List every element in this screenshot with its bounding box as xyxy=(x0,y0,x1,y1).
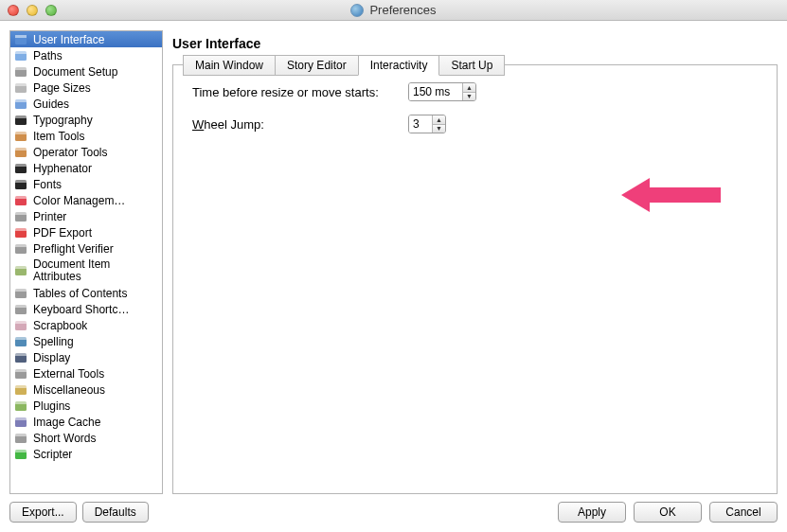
sidebar-item-hyphenator[interactable]: Hyphenator xyxy=(10,160,162,176)
keyboard-icon xyxy=(14,303,27,316)
sidebar-item-label: Document Setup xyxy=(33,65,117,79)
sidebar-item-item-tools[interactable]: Item Tools xyxy=(10,128,162,144)
sidebar-item-color-managem[interactable]: Color Managem… xyxy=(10,192,162,208)
tab-start-up[interactable]: Start Up xyxy=(438,55,505,76)
step-down-icon[interactable]: ▼ xyxy=(433,124,445,133)
svg-rect-23 xyxy=(15,212,27,215)
sidebar-item-label: Guides xyxy=(33,98,69,111)
sidebar-item-user-interface[interactable]: User Interface xyxy=(10,31,162,47)
tab-bar: Main WindowStory EditorInteractivityStar… xyxy=(183,55,504,76)
sidebar-item-document-setup[interactable]: Document Setup xyxy=(10,63,162,80)
sidebar-item-label: Keyboard Shortc… xyxy=(33,303,129,316)
svg-rect-37 xyxy=(15,337,27,340)
step-up-icon[interactable]: ▲ xyxy=(433,115,445,124)
typography-icon xyxy=(14,114,27,127)
sidebar-item-label: Typography xyxy=(33,114,93,127)
sidebar-item-label: Scripter xyxy=(33,448,72,461)
minimize-icon[interactable] xyxy=(27,5,38,16)
window-title: Preferences xyxy=(369,3,436,17)
step-down-icon[interactable]: ▼ xyxy=(463,92,475,101)
category-list[interactable]: User InterfacePathsDocument SetupPage Si… xyxy=(9,30,163,494)
ok-button[interactable]: OK xyxy=(634,502,702,523)
sidebar-item-label: External Tools xyxy=(33,367,104,381)
sidebar-item-label: Preflight Verifier xyxy=(33,242,114,256)
font-icon xyxy=(14,178,27,191)
close-icon[interactable] xyxy=(8,5,19,16)
maximize-icon[interactable] xyxy=(45,5,57,16)
defaults-button[interactable]: Defaults xyxy=(82,502,149,523)
sidebar-item-label: Plugins xyxy=(33,399,70,413)
wheel-jump-stepper[interactable]: ▲ ▼ xyxy=(408,115,446,133)
display-icon xyxy=(14,351,27,364)
svg-rect-9 xyxy=(15,99,27,102)
sidebar-item-fonts[interactable]: Fonts xyxy=(10,176,162,192)
svg-rect-21 xyxy=(15,196,27,199)
resize-time-stepper[interactable]: ▲ ▼ xyxy=(408,82,476,101)
svg-rect-3 xyxy=(15,51,27,54)
svg-rect-35 xyxy=(15,321,27,324)
tab-container: Main WindowStory EditorInteractivityStar… xyxy=(172,64,778,494)
apply-button[interactable]: Apply xyxy=(558,502,626,523)
sidebar-item-tables-of-contents[interactable]: Tables of Contents xyxy=(10,285,162,301)
sidebar-item-label: Color Managem… xyxy=(33,194,125,207)
sidebar-item-label: Operator Tools xyxy=(33,146,108,159)
svg-rect-11 xyxy=(15,115,27,118)
cancel-button[interactable]: Cancel xyxy=(709,502,778,523)
svg-rect-27 xyxy=(15,244,27,247)
sidebar-item-keyboard-shortc[interactable]: Keyboard Shortc… xyxy=(10,301,162,317)
sidebar-item-spelling[interactable]: Spelling xyxy=(10,333,162,349)
sidebar-item-printer[interactable]: Printer xyxy=(10,208,162,224)
svg-rect-49 xyxy=(15,434,27,436)
color-icon xyxy=(14,194,27,207)
sidebar-item-label: Hyphenator xyxy=(33,162,92,175)
sidebar-item-typography[interactable]: Typography xyxy=(10,112,162,128)
svg-rect-15 xyxy=(15,148,27,151)
tab-interactivity[interactable]: Interactivity xyxy=(358,55,440,76)
sidebar-item-image-cache[interactable]: Image Cache xyxy=(10,414,162,430)
resize-time-label: Time before resize or move starts: xyxy=(192,85,399,99)
sidebar-item-guides[interactable]: Guides xyxy=(10,96,162,112)
exttools-icon xyxy=(14,367,27,381)
export-button[interactable]: Export... xyxy=(9,502,77,523)
sidebar-item-label: Miscellaneous xyxy=(33,383,105,397)
sidebar-item-page-sizes[interactable]: Page Sizes xyxy=(10,80,162,96)
sidebar-item-external-tools[interactable]: External Tools xyxy=(10,365,162,381)
sidebar-item-label: Tables of Contents xyxy=(33,287,127,300)
sidebar-item-miscellaneous[interactable]: Miscellaneous xyxy=(10,381,162,398)
sidebar-item-label: Printer xyxy=(33,210,66,223)
wheel-jump-input[interactable] xyxy=(409,115,432,133)
pdf-icon xyxy=(14,226,27,239)
sidebar-item-preflight-verifier[interactable]: Preflight Verifier xyxy=(10,240,162,257)
svg-rect-39 xyxy=(15,353,27,356)
scripter-icon xyxy=(14,448,27,461)
hyphen-icon xyxy=(14,162,27,175)
svg-rect-45 xyxy=(15,401,27,404)
step-up-icon[interactable]: ▲ xyxy=(463,83,475,92)
shortwords-icon xyxy=(14,432,27,445)
sidebar-item-operator-tools[interactable]: Operator Tools xyxy=(10,144,162,160)
sidebar-item-document-item-attributes[interactable]: Document Item Attributes xyxy=(10,257,162,285)
sidebar-item-pdf-export[interactable]: PDF Export xyxy=(10,224,162,240)
svg-rect-51 xyxy=(15,450,27,452)
svg-rect-7 xyxy=(15,83,27,86)
sidebar-item-label: Document Item Attributes xyxy=(33,258,158,283)
sidebar-item-paths[interactable]: Paths xyxy=(10,47,162,63)
sidebar-item-scripter[interactable]: Scripter xyxy=(10,446,162,462)
sidebar-item-scrapbook[interactable]: Scrapbook xyxy=(10,317,162,333)
sidebar-item-label: Image Cache xyxy=(33,416,100,429)
tab-story-editor[interactable]: Story Editor xyxy=(275,55,359,76)
tools-icon xyxy=(14,130,27,143)
sidebar-item-plugins[interactable]: Plugins xyxy=(10,398,162,414)
window-controls xyxy=(8,5,57,16)
sidebar-item-label: Paths xyxy=(33,49,63,62)
resize-time-input[interactable] xyxy=(409,83,462,100)
toc-icon xyxy=(14,287,27,300)
tab-main-window[interactable]: Main Window xyxy=(183,55,276,76)
printer-icon xyxy=(14,210,27,223)
sidebar-item-display[interactable]: Display xyxy=(10,349,162,365)
svg-rect-19 xyxy=(15,180,27,183)
sidebar-item-short-words[interactable]: Short Words xyxy=(10,430,162,446)
svg-rect-47 xyxy=(15,417,27,420)
sidebar-item-label: Short Words xyxy=(33,432,96,445)
tools-icon xyxy=(14,146,27,159)
